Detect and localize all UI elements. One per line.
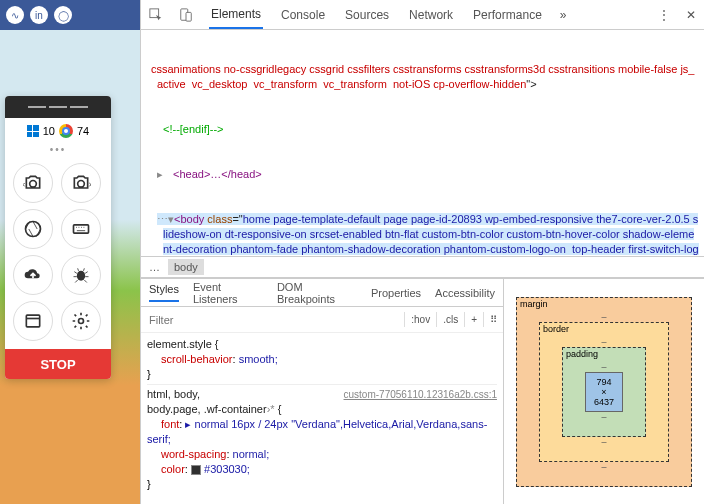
more-dots[interactable]: ••• bbox=[5, 144, 111, 155]
source-link[interactable]: custom-77056110.12316a2b.css:1 bbox=[344, 387, 497, 402]
styles-tab-breakpoints[interactable]: DOM Breakpoints bbox=[277, 281, 357, 305]
keyboard-button[interactable] bbox=[61, 209, 101, 249]
styles-tab-styles[interactable]: Styles bbox=[149, 283, 179, 302]
class-text: cssanimations no-cssgridlegacy cssgrid c… bbox=[151, 63, 694, 90]
capture-tool-panel: 10 74 ••• STOP bbox=[5, 96, 111, 379]
instagram-icon[interactable]: ◯ bbox=[54, 6, 72, 24]
svg-point-2 bbox=[77, 271, 85, 281]
cloud-upload-button[interactable] bbox=[13, 255, 53, 295]
windows-icon bbox=[27, 125, 39, 137]
bug-button[interactable] bbox=[61, 255, 101, 295]
svg-rect-1 bbox=[74, 225, 89, 233]
settings-button[interactable] bbox=[61, 301, 101, 341]
svg-rect-3 bbox=[26, 315, 39, 327]
camera-left-button[interactable] bbox=[13, 163, 53, 203]
windows-version: 10 bbox=[43, 125, 55, 137]
styles-tab-properties[interactable]: Properties bbox=[371, 287, 421, 299]
svg-point-0 bbox=[26, 222, 41, 237]
stats-row: 10 74 bbox=[5, 118, 111, 144]
css-rules[interactable]: element.style { scroll-behavior: smooth;… bbox=[141, 333, 503, 504]
rss-icon[interactable]: ∿ bbox=[6, 6, 24, 24]
tab-sources[interactable]: Sources bbox=[343, 2, 391, 28]
styles-tab-listeners[interactable]: Event Listeners bbox=[193, 281, 263, 305]
color-swatch[interactable] bbox=[191, 465, 201, 475]
window-button[interactable] bbox=[13, 301, 53, 341]
styles-pane: Styles Event Listeners DOM Breakpoints P… bbox=[141, 279, 504, 504]
endif-comment: <!--[endif]--> bbox=[163, 123, 224, 135]
styles-more-icon[interactable]: ⠿ bbox=[483, 312, 503, 327]
social-bar: ∿ in ◯ bbox=[0, 0, 140, 30]
body-class: home page-template-default page page-id-… bbox=[163, 213, 700, 256]
head-tag[interactable]: <head>…</head> bbox=[173, 168, 262, 180]
camera-right-button[interactable] bbox=[61, 163, 101, 203]
svg-point-4 bbox=[79, 319, 84, 324]
elements-tree[interactable]: cssanimations no-cssgridlegacy cssgrid c… bbox=[141, 30, 704, 256]
svg-rect-7 bbox=[186, 12, 191, 21]
styles-filter-input[interactable] bbox=[141, 314, 404, 326]
add-rule-icon[interactable]: + bbox=[464, 312, 483, 327]
linkedin-icon[interactable]: in bbox=[30, 6, 48, 24]
device-icon[interactable] bbox=[179, 8, 193, 22]
stop-button[interactable]: STOP bbox=[5, 349, 111, 379]
breadcrumb: … body bbox=[141, 256, 704, 278]
devtools-tabs: Elements Console Sources Network Perform… bbox=[141, 0, 704, 30]
chrome-version: 74 bbox=[77, 125, 89, 137]
box-model: margin – border – padding – 794 × 6437 –… bbox=[504, 279, 704, 504]
tab-console[interactable]: Console bbox=[279, 2, 327, 28]
chrome-icon bbox=[59, 124, 73, 138]
inspect-icon[interactable] bbox=[149, 8, 163, 22]
drag-handle[interactable] bbox=[5, 96, 111, 118]
hov-toggle[interactable]: :hov bbox=[404, 312, 436, 327]
cls-toggle[interactable]: .cls bbox=[436, 312, 464, 327]
devtools-menu-icon[interactable]: ⋮ bbox=[658, 8, 670, 22]
aperture-button[interactable] bbox=[13, 209, 53, 249]
devtools-close-icon[interactable]: ✕ bbox=[686, 8, 696, 22]
tab-performance[interactable]: Performance bbox=[471, 2, 544, 28]
tabs-overflow[interactable]: » bbox=[560, 8, 567, 22]
crumb-body[interactable]: body bbox=[168, 259, 204, 275]
styles-tab-accessibility[interactable]: Accessibility bbox=[435, 287, 495, 299]
box-content: 794 × 6437 bbox=[585, 372, 623, 412]
tab-elements[interactable]: Elements bbox=[209, 1, 263, 29]
crumb-ellipsis[interactable]: … bbox=[149, 261, 160, 273]
tab-network[interactable]: Network bbox=[407, 2, 455, 28]
devtools-panel: Elements Console Sources Network Perform… bbox=[140, 0, 704, 504]
